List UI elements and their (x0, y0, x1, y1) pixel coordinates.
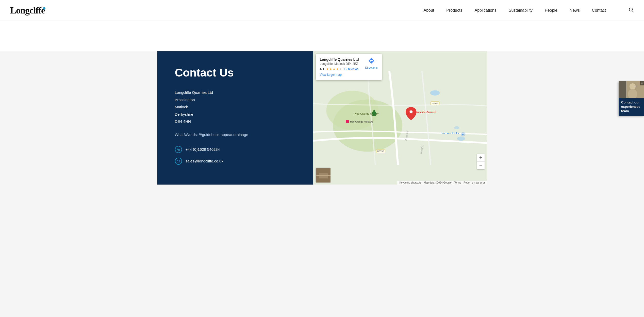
svg-point-12 (454, 126, 459, 129)
svg-rect-32 (619, 81, 626, 98)
map-footer: Keyboard shortcuts Map data ©2024 Google… (397, 181, 487, 185)
nav-products[interactable]: Products (446, 8, 462, 13)
address-block: Longcliffe Quarries Ltd Brassington Matl… (175, 89, 295, 125)
side-popup[interactable]: × Contact our experienced team (619, 81, 644, 116)
what3words: What3Words: ///guidebook.appear.drainage (175, 132, 295, 137)
what3words-value: ///guidebook.appear.drainage (199, 132, 248, 137)
main-nav: About Products Applications Sustainabili… (424, 7, 634, 14)
nav-applications[interactable]: Applications (474, 8, 496, 13)
address-line4: DE4 4HN (175, 118, 295, 125)
header: Longclffe About Products Applications Su… (0, 0, 644, 21)
email-address[interactable]: sales@longcliffe.co.uk (186, 159, 223, 163)
map-zoom-controls: + − (477, 154, 485, 169)
nav-about[interactable]: About (424, 8, 434, 13)
map-thumbnail[interactable] (316, 168, 330, 182)
map-rating-num: 4.1 (320, 67, 324, 71)
address-line3: Derbyshire (175, 111, 295, 118)
zoom-in-button[interactable]: + (477, 154, 485, 162)
company-name: Longcliffe Quarries Ltd (175, 89, 295, 96)
map-copyright: Map data ©2024 Google (424, 181, 452, 184)
map-business-name: Longcliffe Quarries Ltd (320, 57, 359, 62)
address-line2: Matlock (175, 103, 295, 111)
popup-image: × (619, 81, 644, 98)
map-stars: ★★★★★ (326, 67, 342, 71)
map-larger-link[interactable]: View larger map (320, 73, 359, 77)
map-keyboard-shortcuts[interactable]: Keyboard shortcuts (399, 181, 421, 184)
svg-text:B50S6: B50S6 (377, 150, 384, 153)
what3words-label: What3Words: (175, 132, 198, 137)
phone-icon (175, 146, 182, 153)
svg-point-10 (430, 90, 440, 96)
map-terms-link[interactable]: Terms (454, 181, 461, 184)
contact-section: Contact Us Longcliffe Quarries Ltd Brass… (157, 51, 487, 185)
directions-label: Directions (365, 66, 378, 69)
header-spacer (0, 21, 644, 51)
svg-line-1 (632, 11, 633, 12)
phone-number[interactable]: +44 (0)1629 540284 (186, 147, 220, 152)
svg-rect-16 (346, 120, 349, 123)
nav-contact[interactable]: Contact (592, 8, 606, 13)
map-reviews-link[interactable]: 12 reviews (344, 67, 358, 71)
popup-close-button[interactable]: × (640, 81, 644, 85)
svg-rect-27 (319, 173, 328, 178)
map-area[interactable]: B5056 B50S6 Hoe Grange Quarry Hoe Grange… (313, 51, 487, 185)
contact-title: Contact Us (175, 67, 295, 79)
email-icon (175, 158, 182, 165)
nav-news[interactable]: News (570, 8, 580, 13)
map-rating-row: 4.1 ★★★★★ 12 reviews (320, 67, 359, 71)
popup-text: Contact our experienced team (619, 98, 644, 116)
map-address-text: Longcliffe, Matlock DE4 4BZ (320, 62, 359, 66)
svg-point-11 (457, 137, 465, 141)
svg-text:Hoe Grange Holidays: Hoe Grange Holidays (350, 120, 373, 123)
svg-text:Harboro Rocks: Harboro Rocks (441, 132, 459, 135)
map-directions-button[interactable]: Directions (365, 57, 378, 69)
svg-text:B5056: B5056 (432, 102, 438, 105)
svg-point-24 (409, 110, 412, 113)
zoom-out-button[interactable]: − (477, 162, 485, 169)
search-icon[interactable] (628, 7, 634, 14)
map-report-link[interactable]: Report a map error (464, 181, 485, 184)
svg-text:⊕: ⊕ (461, 133, 464, 136)
contact-info-panel: Contact Us Longcliffe Quarries Ltd Brass… (157, 51, 313, 185)
nav-people[interactable]: People (545, 8, 557, 13)
logo[interactable]: Longclffe (10, 5, 45, 16)
map-info-card: Longcliffe Quarries Ltd Longcliffe, Matl… (316, 54, 382, 80)
email-row: sales@longcliffe.co.uk (175, 158, 295, 165)
directions-icon (368, 57, 375, 66)
svg-text:Longcliffe Quarries: Longcliffe Quarries (414, 111, 436, 113)
svg-point-30 (630, 83, 636, 89)
address-line1: Brassington (175, 96, 295, 104)
nav-sustainability[interactable]: Sustainability (509, 8, 533, 13)
phone-row: +44 (0)1629 540284 (175, 146, 295, 153)
